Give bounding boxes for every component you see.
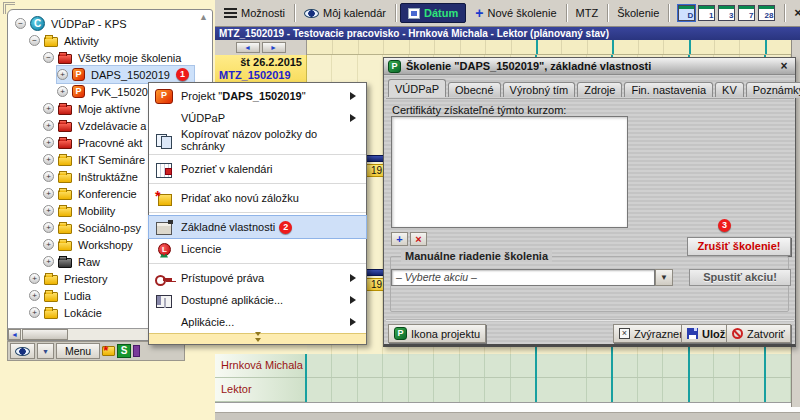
context-menu-item[interactable]: Aplikácie... bbox=[149, 311, 366, 333]
project-icon-button[interactable]: Ikona projektu bbox=[388, 324, 486, 343]
tree-toggle[interactable]: + bbox=[43, 154, 54, 165]
calendar-range-button[interactable]: 3 bbox=[718, 5, 735, 21]
context-menu-item[interactable]: Základné vlastnosti 2 bbox=[149, 216, 366, 238]
tab-kv[interactable]: KV bbox=[715, 82, 744, 98]
cancel-training-button[interactable]: Zrušiť školenie! bbox=[687, 237, 791, 256]
s-app-icon[interactable]: S bbox=[117, 344, 131, 358]
app-icon[interactable] bbox=[133, 345, 140, 357]
three-hour-gridline bbox=[764, 354, 766, 402]
tree-item[interactable]: + Sociálno-psy bbox=[43, 219, 148, 236]
date-toggle-button[interactable]: Dátum bbox=[400, 3, 466, 23]
tree-toggle[interactable]: + bbox=[29, 307, 40, 318]
tree-toggle[interactable]: + bbox=[43, 137, 54, 148]
tree-item[interactable]: + Raw bbox=[43, 253, 107, 270]
add-certificate-button[interactable]: + bbox=[391, 232, 408, 246]
tree-item[interactable]: + Inštruktážne bbox=[43, 168, 145, 185]
new-training-button[interactable]: + Nové školenie bbox=[470, 4, 561, 22]
combo-dropdown-icon[interactable]: ▼ bbox=[655, 269, 673, 286]
context-menu-item[interactable]: Licencie bbox=[149, 238, 366, 260]
tree-toggle[interactable]: + bbox=[43, 120, 54, 131]
tab-vudpap[interactable]: VÚDPaP bbox=[388, 79, 446, 98]
view-button[interactable] bbox=[10, 343, 35, 359]
tab-obecne[interactable]: Obecné bbox=[448, 82, 501, 98]
tree-toggle[interactable]: − bbox=[43, 52, 54, 63]
menu-more-strip[interactable] bbox=[149, 333, 366, 344]
gantt-row-label[interactable]: MTZ_1502019 bbox=[219, 69, 302, 81]
scroll-left-button[interactable]: ◄ bbox=[236, 42, 260, 53]
tab-vyrobny-tim[interactable]: Výrobný tím bbox=[503, 82, 576, 98]
dialog-close-icon[interactable]: × bbox=[777, 60, 791, 73]
my-calendar-button[interactable]: Môj kalendár bbox=[299, 4, 391, 22]
calendar-range-button[interactable]: 28 bbox=[758, 5, 775, 21]
tree-toggle[interactable]: + bbox=[43, 205, 54, 216]
calendar-range-button[interactable]: D bbox=[678, 5, 695, 21]
tree-toggle[interactable]: + bbox=[43, 222, 54, 233]
tree-item[interactable]: + Priestory bbox=[29, 270, 114, 287]
tree-item[interactable]: + Konferencie bbox=[43, 185, 144, 202]
menu-item-label: Kopírovať názov položky do schránky bbox=[181, 128, 360, 152]
menu-button[interactable]: Menu bbox=[56, 343, 100, 359]
close-dialog-button[interactable]: Zatvoriť bbox=[726, 324, 791, 343]
options-button[interactable]: Možnosti bbox=[219, 4, 290, 22]
training-button[interactable]: Školenie bbox=[612, 4, 664, 22]
tree-toggle[interactable]: + bbox=[43, 239, 54, 250]
scroll-left-button[interactable]: ◄ bbox=[8, 329, 21, 340]
tree-toggle[interactable]: + bbox=[43, 103, 54, 114]
context-menu-item[interactable]: Pozrieť v kalendári bbox=[149, 158, 366, 180]
calendar-range-button[interactable]: 1 bbox=[698, 5, 715, 21]
bookmark-icon bbox=[155, 191, 173, 206]
context-menu-item[interactable]: VÚDPaP bbox=[149, 107, 366, 129]
scroll-right-button[interactable]: ► bbox=[262, 42, 286, 53]
context-menu-item[interactable] bbox=[149, 180, 366, 187]
tree-toggle[interactable]: − bbox=[15, 18, 26, 29]
tree-item[interactable]: − VÚDPaP - KPS bbox=[15, 15, 134, 32]
context-menu-item[interactable]: Dostupné aplikácie... bbox=[149, 289, 366, 311]
tree-item[interactable]: + DAPS_1502019 1 bbox=[57, 66, 194, 83]
context-menu-item[interactable] bbox=[149, 151, 366, 158]
tree-item[interactable]: + IKT Semináre bbox=[43, 151, 152, 168]
folder-yellow-icon bbox=[44, 292, 58, 302]
tree-item[interactable]: + Vzdelávacie a bbox=[43, 117, 154, 134]
tree-toggle[interactable]: + bbox=[57, 69, 68, 80]
bookmark-folder-icon[interactable] bbox=[102, 346, 115, 356]
tree-toggle[interactable]: + bbox=[43, 188, 54, 199]
resource-row-label[interactable]: Lektor bbox=[215, 378, 305, 402]
context-menu-item[interactable] bbox=[149, 260, 366, 267]
resource-row-label[interactable]: Hrnková Michala bbox=[215, 354, 305, 378]
tree-item-label: Vzdelávacie a bbox=[76, 120, 149, 132]
tree-toggle[interactable]: + bbox=[43, 256, 54, 267]
tree-toggle[interactable]: + bbox=[29, 273, 40, 284]
tab-poznamky[interactable]: Poznámky bbox=[746, 82, 800, 98]
run-action-button[interactable]: Spustiť akciu! bbox=[689, 269, 791, 286]
tree-item[interactable]: − Všetky moje školenia bbox=[43, 49, 188, 66]
tree-item[interactable]: − Aktivity bbox=[29, 32, 106, 49]
context-menu-item[interactable]: Pridať ako novú záložku bbox=[149, 187, 366, 209]
context-menu-item[interactable]: Prístupové práva bbox=[149, 267, 366, 289]
remove-certificate-button[interactable]: × bbox=[410, 232, 427, 246]
tree-item[interactable]: + Pracovné akt bbox=[43, 134, 149, 151]
hour-tick-label bbox=[460, 40, 485, 54]
calendar-range-button[interactable]: 7 bbox=[738, 5, 755, 21]
scrollbar-thumb[interactable] bbox=[22, 329, 68, 340]
tree-item[interactable]: + Ľudia bbox=[29, 287, 98, 304]
context-menu-item[interactable]: Kopírovať názov položky do schránky bbox=[149, 129, 366, 151]
tab-fin-nastavenia[interactable]: Fin. nastavenia bbox=[624, 82, 713, 98]
tree-toggle[interactable]: − bbox=[29, 35, 40, 46]
tree-item[interactable]: + Lokácie bbox=[29, 304, 109, 321]
tree-toggle[interactable]: + bbox=[43, 171, 54, 182]
calendar-icon bbox=[408, 8, 420, 19]
hamburger-icon bbox=[224, 8, 237, 18]
context-menu-item[interactable] bbox=[149, 209, 366, 216]
close-view-button[interactable]: × Zatvoriť bbox=[789, 4, 800, 22]
certificates-listbox[interactable] bbox=[391, 116, 628, 228]
context-menu-item[interactable]: Projekt " DAPS_1502019 " bbox=[149, 85, 366, 107]
action-select[interactable]: – Vyberte akciu – bbox=[391, 269, 655, 286]
tree-item[interactable]: + Workshopy bbox=[43, 236, 140, 253]
view-dropdown-button[interactable]: ▼ bbox=[37, 343, 54, 359]
tab-zdroje[interactable]: Zdroje bbox=[577, 82, 622, 98]
tree-item[interactable]: + Moje aktívne bbox=[43, 100, 147, 117]
mtz-button[interactable]: MTZ bbox=[571, 4, 604, 22]
tree-toggle[interactable]: + bbox=[29, 290, 40, 301]
tree-toggle[interactable]: + bbox=[57, 86, 68, 97]
tree-item[interactable]: + Mobility bbox=[43, 202, 122, 219]
